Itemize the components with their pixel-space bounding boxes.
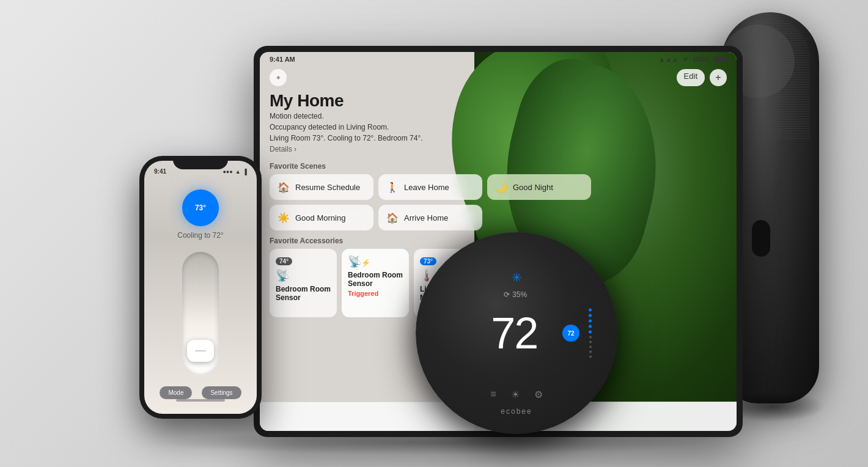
iphone-mode-btn[interactable]: Mode (160, 386, 192, 399)
ipad-time: 9:41 AM (270, 56, 295, 63)
iphone-cooling-text: Cooling to 72° (144, 231, 257, 240)
ipad-home-title-area: My Home Motion detected. Occupancy detec… (260, 91, 737, 156)
thermostat-brand: ecobee (501, 407, 532, 416)
humidity-value: 35% (512, 290, 527, 299)
iphone-time: 9:41 (154, 168, 166, 175)
thermostat-brightness-icon[interactable]: ☀ (511, 389, 520, 400)
dot-6 (589, 336, 592, 339)
scene-leave-icon: 🚶 (386, 180, 399, 194)
iphone-temp-circle-container: 73° (144, 189, 257, 226)
iphone-slider-container (144, 252, 257, 374)
ipad-nav-back-btn[interactable]: ⌖ (270, 69, 287, 86)
ipad-scenes-grid: 🏠 Resume Schedule 🚶 Leave Home 🌙 Good Ni… (260, 174, 737, 230)
accessory-card-bedroom-triggered[interactable]: 📡⚡ Bedroom Room Sensor Triggered (342, 249, 409, 317)
scene-card-leave-home[interactable]: 🚶 Leave Home (378, 174, 482, 200)
location-icon: ⌖ (276, 73, 281, 82)
dot-10 (589, 356, 592, 358)
scene-leave-label: Leave Home (404, 183, 449, 192)
main-scene: 9:41 AM ▲▲▲ ▼ 100% ⌖ (0, 0, 868, 467)
scene-goodnight-icon: 🌙 (495, 180, 508, 194)
accessory-card-bedroom-sensor[interactable]: 74° 📡 Bedroom Room Sensor (270, 249, 337, 317)
iphone-slider[interactable] (182, 252, 219, 374)
ipad-status-line1: Motion detected. (270, 111, 727, 122)
scene-goodmorning-label: Good Morning (295, 213, 345, 222)
ipad-status-text: Motion detected. Occupancy detected in L… (270, 111, 727, 144)
ipad-add-btn[interactable]: + (710, 69, 727, 86)
accessory-icon-1: 📡 (276, 269, 331, 282)
thermostat-humidity: ⟳ 35% (504, 290, 527, 299)
iphone-battery-icon: ▐ (243, 169, 247, 175)
scene-goodnight-label: Good Night (513, 183, 553, 192)
scene-card-good-morning[interactable]: ☀️ Good Morning (270, 205, 373, 230)
humidity-icon: ⟳ (504, 290, 510, 299)
ipad-statusbar: 9:41 AM ▲▲▲ ▼ 100% (260, 52, 737, 67)
scene-card-good-night[interactable]: 🌙 Good Night (487, 174, 591, 200)
thermostat-inner: ✳ ⟳ 35% 72 (416, 232, 617, 434)
dot-2 (589, 314, 592, 317)
ipad-edit-btn[interactable]: Edit (677, 69, 705, 86)
iphone-home-bar (176, 399, 225, 402)
ipad-status-right: ▲▲▲ ▼ 100% (658, 56, 727, 63)
ipad-action-buttons: Edit + (677, 69, 727, 86)
accessory-icon-2: 📡⚡ (348, 255, 403, 268)
iphone-device: 9:41 ●●● ▲ ▐ 73° Cooling to 72° (139, 156, 262, 419)
dot-3 (589, 320, 592, 323)
dot-arc (589, 309, 592, 358)
accessory-name-2: Bedroom Room Sensor (348, 271, 403, 289)
thermostat-setpoint: 72 (562, 325, 579, 342)
scene-resume-label: Resume Schedule (295, 183, 360, 192)
dot-1 (589, 309, 592, 312)
iphone-bottom-buttons: Mode Settings (144, 386, 257, 399)
scene-arrive-label: Arrive Home (404, 213, 448, 222)
ipad-wifi-icon: ▼ (682, 56, 689, 63)
iphone-settings-btn[interactable]: Settings (202, 386, 241, 399)
ipad-signal-icon: ▲▲▲ (658, 56, 679, 63)
ipad-status-line2: Occupancy detected in Living Room. (270, 122, 727, 133)
ipad-status-line3: Living Room 73°. Cooling to 72°. Bedroom… (270, 133, 727, 144)
thermostat-cool-icon: ✳ (512, 270, 522, 285)
ecobee-thermostat[interactable]: ✳ ⟳ 35% 72 (416, 232, 617, 434)
homepod-speaker (752, 220, 770, 257)
iphone-temp-value: 73° (195, 204, 206, 212)
accessory-status-2: Triggered (348, 290, 403, 297)
ipad-home-title: My Home (270, 91, 727, 111)
ipad-details-link[interactable]: Details › (270, 145, 727, 153)
ipad-battery-icon (713, 56, 727, 63)
iphone-status-right: ●●● ▲ ▐ (223, 169, 247, 175)
ipad-scenes-label: Favorite Scenes (260, 156, 737, 174)
dot-7 (589, 341, 592, 344)
scene-resume-icon: 🏠 (277, 180, 290, 194)
thermostat-bottom-icons: ≡ ☀ ⚙ (490, 389, 542, 400)
iphone-screen: 9:41 ●●● ▲ ▐ 73° Cooling to 72° (144, 161, 257, 414)
ipad-battery-pct: 100% (693, 56, 710, 63)
accessory-name-1: Bedroom Room Sensor (276, 285, 331, 303)
iphone-temp-circle: 73° (182, 189, 219, 226)
thermostat-menu-icon[interactable]: ≡ (490, 389, 496, 400)
dot-8 (589, 346, 592, 348)
dot-9 (589, 351, 592, 353)
ipad-header: ⌖ Edit + (260, 67, 737, 91)
thermostat-settings-icon[interactable]: ⚙ (534, 389, 543, 400)
iphone-notch (173, 156, 228, 169)
scene-card-arrive-home[interactable]: 🏠 Arrive Home (378, 205, 482, 230)
iphone-slider-thumb[interactable] (187, 340, 214, 362)
accessory-temp-1: 74° (276, 257, 292, 265)
battery-fill (715, 57, 724, 62)
iphone-signal-icon: ●●● (223, 169, 232, 175)
dot-5 (589, 331, 592, 334)
scene-goodmorning-icon: ☀️ (277, 211, 290, 224)
iphone-slider-line (195, 350, 206, 351)
iphone-wifi-icon: ▲ (235, 169, 241, 175)
scene-card-resume-schedule[interactable]: 🏠 Resume Schedule (270, 174, 373, 200)
thermostat-temperature: 72 (491, 308, 537, 358)
scene-arrive-icon: 🏠 (386, 211, 399, 224)
dot-4 (589, 325, 592, 328)
thermostat-dots-arc (589, 309, 592, 358)
